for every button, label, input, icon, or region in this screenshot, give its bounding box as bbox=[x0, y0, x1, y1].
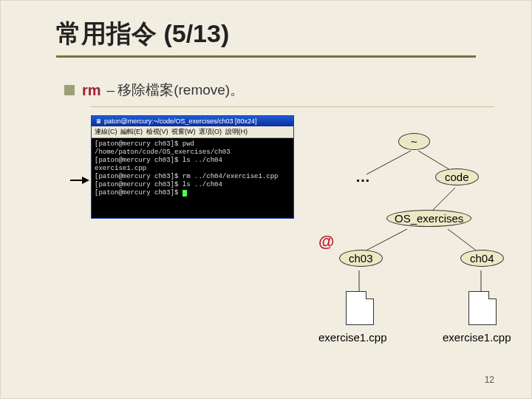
node-osex: OS_exercises bbox=[386, 210, 471, 227]
node-ch03: ch03 bbox=[339, 250, 383, 267]
term-line-5: [paton@mercury ch03]$ ls ../ch04 bbox=[95, 181, 222, 188]
menu-conn: 連線(C) bbox=[95, 128, 117, 135]
node-dots: … bbox=[355, 168, 370, 185]
file-icon bbox=[468, 291, 497, 325]
file-ch03 bbox=[342, 291, 378, 325]
slide-number: 12 bbox=[485, 375, 494, 385]
separator bbox=[91, 106, 494, 107]
terminal-window: 🖥 paton@mercury:~/code/OS_exercises/ch03… bbox=[91, 115, 294, 219]
node-osex-label: OS_exercises bbox=[386, 210, 471, 227]
terminal-title-text: paton@mercury:~/code/OS_exercises/ch03 [… bbox=[104, 117, 257, 125]
svg-line-2 bbox=[432, 188, 455, 211]
node-ch03-label: ch03 bbox=[339, 250, 383, 267]
term-line-1: /home/paton/code/OS_exercises/ch03 bbox=[95, 149, 231, 156]
menu-options: 選項(O) bbox=[199, 128, 222, 135]
node-code-label: code bbox=[435, 168, 479, 185]
svg-line-0 bbox=[366, 151, 411, 174]
bullet-icon bbox=[64, 85, 75, 95]
menu-help: 說明(H) bbox=[225, 128, 248, 135]
directory-diagram: ~ … code OS_exercises @ ch03 ch04 exerci… bbox=[282, 130, 511, 352]
title-block: 常用指令 (5/13) bbox=[56, 17, 476, 58]
node-home: ~ bbox=[398, 133, 430, 150]
file-ch04-label: exercise1.cpp bbox=[443, 331, 511, 344]
terminal-menubar: 連線(C) 編輯(E) 檢視(V) 視窗(W) 選項(O) 說明(H) bbox=[92, 126, 293, 138]
term-line-2: [paton@mercury ch03]$ ls ../ch04 bbox=[95, 157, 222, 164]
file-ch03-label: exercise1.cpp bbox=[318, 331, 387, 344]
term-line-6: [paton@mercury ch03]$ bbox=[95, 189, 183, 197]
slide-title: 常用指令 (5/13) bbox=[56, 17, 476, 51]
node-ch04-label: ch04 bbox=[460, 250, 504, 267]
at-marker: @ bbox=[318, 232, 334, 251]
term-line-0: [paton@mercury ch03]$ pwd bbox=[95, 140, 194, 148]
bullet-rm: rm – 移除檔案(remove)。 bbox=[64, 81, 244, 100]
menu-edit: 編輯(E) bbox=[120, 128, 143, 135]
node-ch04: ch04 bbox=[460, 250, 504, 267]
terminal-icon: 🖥 bbox=[95, 117, 102, 125]
node-home-label: ~ bbox=[398, 133, 430, 150]
terminal-cursor bbox=[183, 190, 187, 197]
node-code: code bbox=[435, 168, 479, 185]
title-underline bbox=[56, 55, 476, 58]
pointer-arrow bbox=[70, 177, 89, 184]
menu-view: 檢視(V) bbox=[146, 128, 168, 135]
dash: – bbox=[107, 82, 115, 98]
menu-window: 視窗(W) bbox=[171, 128, 196, 135]
command-name: rm bbox=[82, 82, 101, 99]
term-line-4: [paton@mercury ch03]$ rm ../ch04/exercis… bbox=[95, 173, 278, 180]
command-desc: 移除檔案(remove)。 bbox=[117, 81, 244, 100]
terminal-titlebar: 🖥 paton@mercury:~/code/OS_exercises/ch03… bbox=[92, 116, 293, 126]
file-icon bbox=[346, 291, 374, 325]
terminal-body: [paton@mercury ch03]$ pwd /home/paton/co… bbox=[92, 138, 293, 200]
file-ch04 bbox=[465, 291, 500, 325]
term-line-3: exercise1.cpp bbox=[95, 165, 146, 172]
